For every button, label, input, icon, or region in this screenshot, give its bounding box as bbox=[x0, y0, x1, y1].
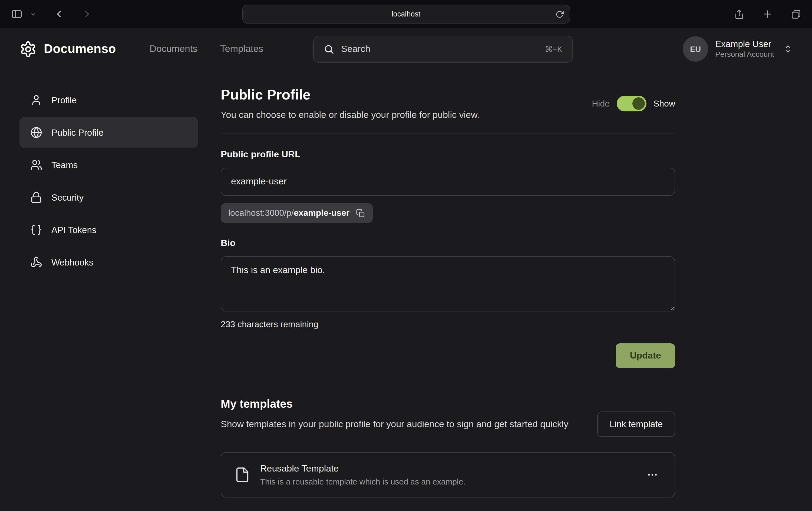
sidebar-item-teams[interactable]: Teams bbox=[20, 149, 198, 181]
sidebar-item-label: Profile bbox=[51, 95, 77, 105]
tab-overview-icon[interactable] bbox=[789, 7, 803, 21]
template-description: This is a reusable template which is use… bbox=[260, 477, 465, 486]
update-row: Update bbox=[221, 343, 675, 368]
update-button[interactable]: Update bbox=[616, 343, 675, 368]
chrome-right-controls bbox=[732, 7, 803, 21]
file-icon bbox=[234, 467, 251, 483]
templates-title: My templates bbox=[221, 397, 568, 411]
brand[interactable]: Documenso bbox=[20, 40, 116, 58]
divider bbox=[221, 133, 675, 134]
characters-remaining: 233 characters remaining bbox=[221, 320, 675, 329]
sidebar-item-label: Security bbox=[51, 192, 84, 203]
webhook-icon bbox=[30, 256, 42, 268]
url-section: Public profile URL localhost:3000/p/exam… bbox=[221, 149, 675, 223]
settings-sidebar: Profile Public Profile Teams Security bbox=[20, 84, 198, 498]
main-panel: Public Profile You can choose to enable … bbox=[221, 84, 675, 498]
users-icon bbox=[30, 159, 42, 171]
search-input[interactable] bbox=[341, 43, 538, 54]
templates-head: My templates Show templates in your publ… bbox=[221, 397, 675, 437]
brand-name: Documenso bbox=[44, 42, 116, 56]
page-title: Public Profile bbox=[221, 87, 480, 103]
sidebar-item-label: API Tokens bbox=[51, 225, 96, 235]
templates-subtitle: Show templates in your public profile fo… bbox=[221, 417, 568, 431]
hide-label: Hide bbox=[592, 99, 610, 109]
user-icon bbox=[30, 94, 42, 106]
nav-templates[interactable]: Templates bbox=[220, 43, 263, 55]
forward-icon[interactable] bbox=[80, 6, 95, 22]
search-box[interactable]: ⌘+K bbox=[313, 35, 573, 62]
sidebar-item-label: Webhooks bbox=[51, 257, 93, 267]
account-menu[interactable]: EU Example User Personal Account bbox=[683, 36, 792, 62]
reload-icon[interactable] bbox=[554, 9, 564, 19]
bio-section: Bio This is an example bio. 233 characte… bbox=[221, 238, 675, 329]
screen: localhost Documenso Documents bbox=[0, 0, 812, 511]
link-template-button[interactable]: Link template bbox=[597, 412, 675, 437]
nav-documents[interactable]: Documents bbox=[150, 43, 198, 55]
title-block: Public Profile You can choose to enable … bbox=[221, 87, 480, 121]
avatar: EU bbox=[683, 36, 708, 62]
sidebar-item-public-profile[interactable]: Public Profile bbox=[20, 117, 198, 148]
back-icon[interactable] bbox=[51, 6, 66, 22]
lock-icon bbox=[30, 191, 42, 203]
bio-field-label: Bio bbox=[221, 238, 675, 249]
sidebar-item-profile[interactable]: Profile bbox=[20, 84, 198, 116]
sidebar-item-security[interactable]: Security bbox=[20, 182, 198, 213]
search-shortcut: ⌘+K bbox=[545, 44, 562, 53]
app-header: Documenso Documents Templates ⌘+K EU Exa… bbox=[0, 28, 812, 70]
page-subtitle: You can choose to enable or disable your… bbox=[221, 110, 480, 121]
template-texts: Reusable Template This is a reusable tem… bbox=[260, 463, 465, 486]
url-bar[interactable]: localhost bbox=[242, 5, 570, 24]
share-url-text: localhost:3000/p/example-user bbox=[228, 208, 349, 218]
title-row: Public Profile You can choose to enable … bbox=[221, 87, 675, 121]
sidebar-item-webhooks[interactable]: Webhooks bbox=[20, 247, 198, 278]
chrome-left-controls bbox=[9, 6, 95, 22]
url-text: localhost bbox=[392, 10, 420, 18]
bio-textarea[interactable]: This is an example bio. bbox=[221, 256, 675, 311]
braces-icon bbox=[30, 224, 42, 236]
template-menu-icon[interactable] bbox=[643, 465, 662, 484]
profile-url-input[interactable] bbox=[221, 168, 675, 196]
sidebar-toggle-icon[interactable] bbox=[9, 6, 25, 22]
new-tab-icon[interactable] bbox=[761, 7, 775, 21]
url-field-label: Public profile URL bbox=[221, 149, 675, 160]
browser-chrome: localhost bbox=[0, 0, 812, 28]
share-icon[interactable] bbox=[732, 7, 747, 21]
content: Profile Public Profile Teams Security bbox=[0, 70, 812, 498]
account-type: Personal Account bbox=[715, 50, 774, 59]
profile-visibility-toggle[interactable] bbox=[617, 96, 646, 111]
account-name: Example User bbox=[715, 39, 774, 50]
show-label: Show bbox=[654, 99, 675, 109]
search-icon bbox=[323, 43, 334, 54]
template-title: Reusable Template bbox=[260, 463, 465, 474]
share-url-pill[interactable]: localhost:3000/p/example-user bbox=[221, 203, 373, 223]
globe-icon bbox=[30, 126, 42, 139]
copy-icon bbox=[356, 208, 365, 218]
sidebar-chevron-icon[interactable] bbox=[28, 9, 38, 19]
visibility-toggle-group: Hide Show bbox=[592, 96, 675, 111]
main-nav: Documents Templates bbox=[150, 43, 263, 55]
templates-head-texts: My templates Show templates in your publ… bbox=[221, 397, 568, 431]
account-texts: Example User Personal Account bbox=[715, 39, 774, 59]
sidebar-item-label: Public Profile bbox=[51, 127, 104, 138]
documenso-logo-icon bbox=[20, 40, 37, 58]
sidebar-item-label: Teams bbox=[51, 160, 78, 170]
sidebar-item-api-tokens[interactable]: API Tokens bbox=[20, 214, 198, 245]
toggle-knob bbox=[632, 97, 645, 110]
template-card[interactable]: Reusable Template This is a reusable tem… bbox=[221, 452, 675, 498]
templates-section: My templates Show templates in your publ… bbox=[221, 397, 675, 498]
chevrons-up-down-icon bbox=[783, 44, 792, 54]
